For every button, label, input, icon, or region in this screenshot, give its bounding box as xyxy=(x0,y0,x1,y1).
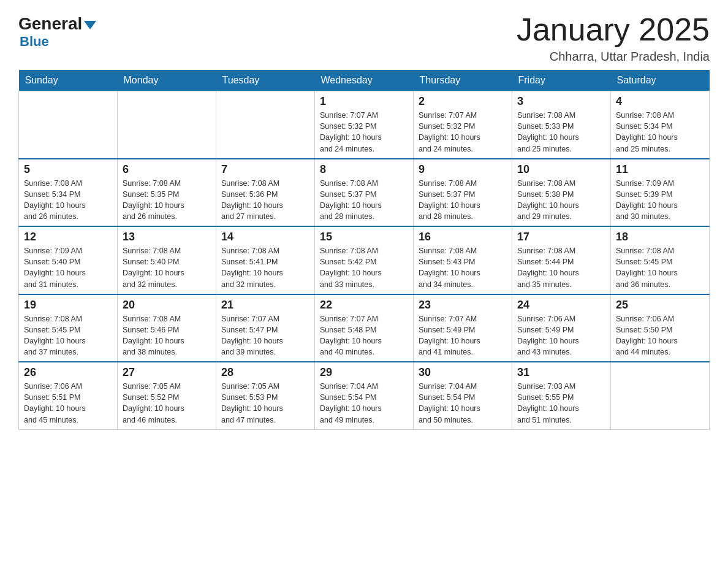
day-info: Sunrise: 7:08 AMSunset: 5:41 PMDaylight:… xyxy=(221,245,309,290)
day-number: 2 xyxy=(419,95,507,108)
day-number: 30 xyxy=(419,366,507,379)
day-number: 26 xyxy=(24,366,112,379)
calendar-cell: 10Sunrise: 7:08 AMSunset: 5:38 PMDayligh… xyxy=(512,159,611,227)
day-number: 8 xyxy=(320,163,408,176)
day-info: Sunrise: 7:08 AMSunset: 5:45 PMDaylight:… xyxy=(616,245,704,290)
day-info: Sunrise: 7:08 AMSunset: 5:36 PMDaylight:… xyxy=(221,178,309,223)
page-header: General Blue January 2025 Chharra, Uttar… xyxy=(18,12,710,64)
logo: General Blue xyxy=(18,15,96,50)
day-number: 19 xyxy=(24,299,112,312)
calendar-cell: 29Sunrise: 7:04 AMSunset: 5:54 PMDayligh… xyxy=(315,362,414,429)
day-info: Sunrise: 7:06 AMSunset: 5:51 PMDaylight:… xyxy=(24,381,112,426)
day-number: 1 xyxy=(320,95,408,108)
calendar-cell: 23Sunrise: 7:07 AMSunset: 5:49 PMDayligh… xyxy=(414,294,512,362)
calendar-cell: 1Sunrise: 7:07 AMSunset: 5:32 PMDaylight… xyxy=(315,91,414,159)
logo-general-text: General xyxy=(18,15,96,33)
day-number: 14 xyxy=(221,231,309,243)
calendar-cell xyxy=(216,91,315,159)
weekday-header-monday: Monday xyxy=(118,70,216,91)
day-number: 22 xyxy=(320,299,408,312)
day-info: Sunrise: 7:04 AMSunset: 5:54 PMDaylight:… xyxy=(419,381,507,426)
logo-blue-text: Blue xyxy=(20,34,49,50)
day-info: Sunrise: 7:08 AMSunset: 5:34 PMDaylight:… xyxy=(24,178,112,223)
day-info: Sunrise: 7:05 AMSunset: 5:52 PMDaylight:… xyxy=(123,381,211,426)
week-row-1: 1Sunrise: 7:07 AMSunset: 5:32 PMDaylight… xyxy=(19,91,710,159)
calendar-cell: 27Sunrise: 7:05 AMSunset: 5:52 PMDayligh… xyxy=(118,362,216,429)
day-number: 16 xyxy=(419,231,507,243)
day-info: Sunrise: 7:07 AMSunset: 5:32 PMDaylight:… xyxy=(419,110,507,155)
calendar-cell: 14Sunrise: 7:08 AMSunset: 5:41 PMDayligh… xyxy=(216,226,315,294)
calendar-cell: 12Sunrise: 7:09 AMSunset: 5:40 PMDayligh… xyxy=(19,226,118,294)
day-number: 5 xyxy=(24,163,112,176)
day-info: Sunrise: 7:08 AMSunset: 5:37 PMDaylight:… xyxy=(320,178,408,223)
day-number: 23 xyxy=(419,299,507,312)
day-number: 11 xyxy=(616,163,704,176)
month-title: January 2025 xyxy=(517,12,710,47)
weekday-header-friday: Friday xyxy=(512,70,611,91)
calendar-cell: 22Sunrise: 7:07 AMSunset: 5:48 PMDayligh… xyxy=(315,294,414,362)
weekday-header-thursday: Thursday xyxy=(414,70,512,91)
weekday-header-row: SundayMondayTuesdayWednesdayThursdayFrid… xyxy=(19,70,710,91)
calendar-table: SundayMondayTuesdayWednesdayThursdayFrid… xyxy=(18,70,710,430)
day-number: 24 xyxy=(517,299,605,312)
day-number: 21 xyxy=(221,299,309,312)
day-info: Sunrise: 7:08 AMSunset: 5:34 PMDaylight:… xyxy=(616,110,704,155)
calendar-cell: 11Sunrise: 7:09 AMSunset: 5:39 PMDayligh… xyxy=(611,159,710,227)
calendar-cell: 24Sunrise: 7:06 AMSunset: 5:49 PMDayligh… xyxy=(512,294,611,362)
calendar-cell: 17Sunrise: 7:08 AMSunset: 5:44 PMDayligh… xyxy=(512,226,611,294)
day-number: 3 xyxy=(517,95,605,108)
calendar-cell: 7Sunrise: 7:08 AMSunset: 5:36 PMDaylight… xyxy=(216,159,315,227)
day-info: Sunrise: 7:06 AMSunset: 5:50 PMDaylight:… xyxy=(616,313,704,358)
calendar-cell: 6Sunrise: 7:08 AMSunset: 5:35 PMDaylight… xyxy=(118,159,216,227)
weekday-header-saturday: Saturday xyxy=(611,70,710,91)
calendar-cell: 4Sunrise: 7:08 AMSunset: 5:34 PMDaylight… xyxy=(611,91,710,159)
calendar-cell: 3Sunrise: 7:08 AMSunset: 5:33 PMDaylight… xyxy=(512,91,611,159)
day-info: Sunrise: 7:08 AMSunset: 5:38 PMDaylight:… xyxy=(517,178,605,223)
calendar-cell: 15Sunrise: 7:08 AMSunset: 5:42 PMDayligh… xyxy=(315,226,414,294)
weekday-header-sunday: Sunday xyxy=(19,70,118,91)
day-number: 4 xyxy=(616,95,704,108)
day-number: 13 xyxy=(123,231,211,243)
day-info: Sunrise: 7:09 AMSunset: 5:39 PMDaylight:… xyxy=(616,178,704,223)
logo-arrow-icon xyxy=(84,21,96,29)
day-number: 27 xyxy=(123,366,211,379)
day-info: Sunrise: 7:05 AMSunset: 5:53 PMDaylight:… xyxy=(221,381,309,426)
calendar-cell: 8Sunrise: 7:08 AMSunset: 5:37 PMDaylight… xyxy=(315,159,414,227)
day-number: 20 xyxy=(123,299,211,312)
calendar-cell: 21Sunrise: 7:07 AMSunset: 5:47 PMDayligh… xyxy=(216,294,315,362)
location-label: Chharra, Uttar Pradesh, India xyxy=(517,50,710,64)
calendar-cell: 20Sunrise: 7:08 AMSunset: 5:46 PMDayligh… xyxy=(118,294,216,362)
calendar-cell: 31Sunrise: 7:03 AMSunset: 5:55 PMDayligh… xyxy=(512,362,611,429)
day-info: Sunrise: 7:08 AMSunset: 5:45 PMDaylight:… xyxy=(24,313,112,358)
calendar-cell xyxy=(611,362,710,429)
week-row-5: 26Sunrise: 7:06 AMSunset: 5:51 PMDayligh… xyxy=(19,362,710,429)
calendar-cell: 16Sunrise: 7:08 AMSunset: 5:43 PMDayligh… xyxy=(414,226,512,294)
day-info: Sunrise: 7:08 AMSunset: 5:43 PMDaylight:… xyxy=(419,245,507,290)
calendar-cell: 26Sunrise: 7:06 AMSunset: 5:51 PMDayligh… xyxy=(19,362,118,429)
calendar-cell xyxy=(118,91,216,159)
day-number: 7 xyxy=(221,163,309,176)
day-number: 29 xyxy=(320,366,408,379)
day-number: 10 xyxy=(517,163,605,176)
calendar-cell xyxy=(19,91,118,159)
day-info: Sunrise: 7:06 AMSunset: 5:49 PMDaylight:… xyxy=(517,313,605,358)
day-info: Sunrise: 7:08 AMSunset: 5:37 PMDaylight:… xyxy=(419,178,507,223)
weekday-header-wednesday: Wednesday xyxy=(315,70,414,91)
day-info: Sunrise: 7:07 AMSunset: 5:47 PMDaylight:… xyxy=(221,313,309,358)
day-info: Sunrise: 7:03 AMSunset: 5:55 PMDaylight:… xyxy=(517,381,605,426)
day-number: 9 xyxy=(419,163,507,176)
day-number: 15 xyxy=(320,231,408,243)
weekday-header-tuesday: Tuesday xyxy=(216,70,315,91)
day-info: Sunrise: 7:08 AMSunset: 5:42 PMDaylight:… xyxy=(320,245,408,290)
day-number: 12 xyxy=(24,231,112,243)
day-info: Sunrise: 7:08 AMSunset: 5:44 PMDaylight:… xyxy=(517,245,605,290)
calendar-cell: 2Sunrise: 7:07 AMSunset: 5:32 PMDaylight… xyxy=(414,91,512,159)
day-info: Sunrise: 7:09 AMSunset: 5:40 PMDaylight:… xyxy=(24,245,112,290)
calendar-cell: 28Sunrise: 7:05 AMSunset: 5:53 PMDayligh… xyxy=(216,362,315,429)
calendar-cell: 25Sunrise: 7:06 AMSunset: 5:50 PMDayligh… xyxy=(611,294,710,362)
calendar-cell: 5Sunrise: 7:08 AMSunset: 5:34 PMDaylight… xyxy=(19,159,118,227)
calendar-cell: 9Sunrise: 7:08 AMSunset: 5:37 PMDaylight… xyxy=(414,159,512,227)
day-info: Sunrise: 7:04 AMSunset: 5:54 PMDaylight:… xyxy=(320,381,408,426)
day-info: Sunrise: 7:08 AMSunset: 5:33 PMDaylight:… xyxy=(517,110,605,155)
day-number: 31 xyxy=(517,366,605,379)
